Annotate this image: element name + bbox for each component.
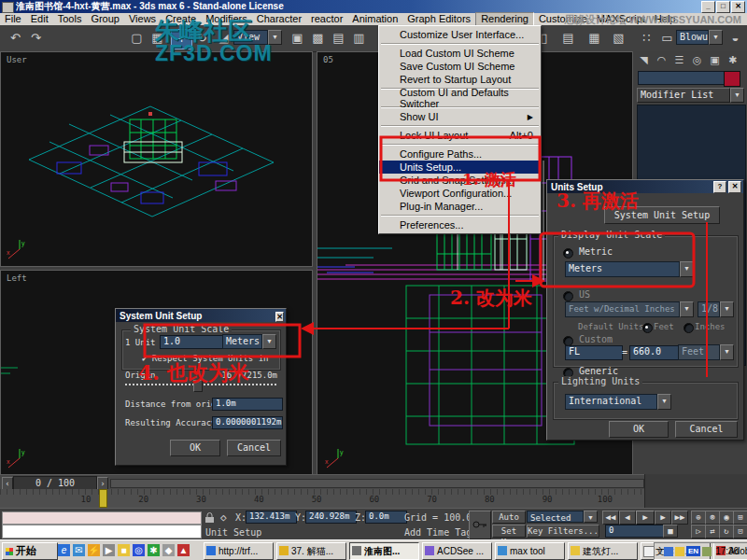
ok-button[interactable]: OK [170,440,220,456]
taskbar-window-button[interactable]: 淮南图... [349,542,419,560]
maxscript-mini-listener-pink[interactable] [2,511,202,525]
taskbar-window-button[interactable]: ACDSee ... [422,542,492,560]
realplayer-icon[interactable]: ◎ [133,544,145,556]
play-animation-icon[interactable]: ▶ [636,511,655,525]
previous-frame-icon[interactable]: ◀ [619,511,636,525]
default-feet-label[interactable]: Feet [654,322,674,331]
menu-item-customize-user-interface[interactable]: Customize User Interface... [379,28,541,41]
modifier-list-dropdown[interactable]: Modifier List ▼ [637,88,744,103]
language-indicator[interactable]: EN [686,546,700,556]
z-coordinate-field[interactable]: 0.0m [365,511,407,524]
menu-item-custom-ui-defaults-switcher[interactable]: Custom UI and Defaults Switcher [379,91,541,105]
angle-snap-icon[interactable]: ▥ [349,29,369,48]
close-button[interactable]: ✕ [731,1,745,13]
us-units-dropdown[interactable]: Feet w/Decimal Inches▼ [565,301,694,317]
menu-item-plugin-manager[interactable]: Plug-in Manager... [379,200,541,213]
menu-item-save-custom-ui-scheme[interactable]: Save Custom UI Scheme [379,60,541,73]
material-editor-icon[interactable]: ∷ [637,29,656,48]
cancel-button[interactable]: Cancel [227,440,281,456]
x-coordinate-field[interactable]: 132.413m [246,511,297,524]
quick-render-teapot-icon[interactable]: ◒ [726,29,745,48]
taskbar-window-button[interactable]: max tool [495,542,565,560]
current-frame-field[interactable]: 0 [605,525,667,538]
frame-forward-arrow[interactable]: › [97,477,108,490]
resulting-accuracy-field[interactable]: 0.0000001192m [212,416,283,429]
undo-icon[interactable]: ↶ [6,29,25,48]
menubar-item[interactable]: File [0,13,26,25]
menubar-item[interactable]: Edit [26,13,53,25]
menubar-item[interactable]: Tools [53,13,87,25]
cube-icon[interactable]: ◆ [162,544,175,556]
menubar-item[interactable]: Group [86,13,124,25]
curve-editor-icon[interactable]: ▦ [585,29,604,48]
select-manipulate-icon[interactable]: ▩ [308,29,328,48]
render-scene-icon[interactable]: ▭ [657,29,677,48]
flashget-icon[interactable]: ▲ [177,544,190,556]
set-key-big-button[interactable] [469,511,491,539]
custom-radio-label[interactable]: Custom [579,334,613,344]
metric-radio-label[interactable]: Metric [579,246,613,257]
cancel-button[interactable]: Cancel [675,421,738,438]
menubar-item[interactable]: Rendering [475,12,534,26]
menu-item-configure-paths[interactable]: Configure Paths... [379,147,541,161]
metric-radio[interactable] [563,248,573,259]
modify-tab-icon[interactable]: ◠ [654,53,669,67]
redo-icon[interactable]: ↷ [26,29,46,48]
auto-key-button[interactable]: Auto Key [492,511,526,524]
maxscript-mini-listener-white[interactable] [2,525,202,539]
menu-item-units-setup[interactable]: Units Setup... [379,161,541,174]
snap-toggle-icon[interactable]: ▤ [329,29,348,48]
pan-hand-icon[interactable]: ⇄ [705,525,720,539]
motion-tab-icon[interactable]: ◎ [689,53,705,67]
track-bar[interactable]: 102030405060708090100 [0,489,644,508]
object-name-field[interactable] [638,71,726,85]
custom-unit-reference-dropdown[interactable]: Feet▼ [678,344,734,360]
us-standard-radio-label[interactable]: US [579,289,590,300]
schematic-view-icon[interactable]: ▧ [609,29,628,48]
taskbar-window-button[interactable]: 37. 解猫... [276,542,346,560]
field-of-view-icon[interactable]: ▷ [691,525,706,539]
chevron-down-icon[interactable]: ▼ [584,511,598,523]
next-frame-icon[interactable]: ▶ [655,511,671,525]
set-key-button[interactable]: Set Key [492,525,526,538]
absolute-offset-toggle-icon[interactable]: ◇ [220,511,227,524]
help-icon[interactable]: ? [713,181,726,193]
taskbar-window-button[interactable]: http://trf... [204,542,274,560]
menu-item-grid-and-snap-settings[interactable]: Grid and Snap Settings... [379,174,541,187]
selection-set-dropdown[interactable]: Selected▼ [527,511,598,523]
menu-item-viewport-configuration[interactable]: Viewport Configuration... [379,187,541,200]
zoom-extents-all-icon[interactable]: ⊞ [733,511,747,525]
winamp-icon[interactable]: ⚡ [88,544,100,556]
menu-item-lock-ui-layout[interactable]: Lock UI LayoutAlt+0 [379,129,541,142]
min-max-toggle-icon[interactable]: ⊡ [733,525,747,539]
time-slider-frame-display[interactable]: 0 / 100 [13,476,97,490]
go-to-end-icon[interactable]: ▶▶ [671,511,688,525]
ok-button[interactable]: OK [609,421,669,438]
chevron-down-icon[interactable]: ▼ [709,30,723,45]
network-icon[interactable] [664,547,673,556]
time-slider-thumb[interactable] [99,489,107,508]
default-feet-radio[interactable] [642,323,653,333]
chevron-down-icon[interactable]: ▼ [720,344,734,360]
tray-app-icon[interactable] [702,547,712,556]
default-inches-label[interactable]: Inches [695,322,726,331]
key-mode-toggle-icon[interactable]: ■ [663,525,678,538]
generic-radio-label[interactable]: Generic [579,366,618,376]
hierarchy-tab-icon[interactable]: ☰ [671,53,687,67]
object-color-swatch[interactable] [724,71,740,87]
us-fraction-dropdown[interactable]: 1/8▼ [698,301,734,317]
custom-unit-name-field[interactable]: FL [565,345,623,360]
default-inches-radio[interactable] [684,323,694,333]
menu-item-preferences[interactable]: Preferences... [379,218,541,231]
viewport-user[interactable]: User xy [0,51,313,267]
select-object-icon[interactable]: ▢ [127,29,147,48]
unit-value-field[interactable]: 1.0 [160,335,225,349]
use-center-icon[interactable]: ▣ [288,29,307,48]
y-coordinate-field[interactable]: 240.928m [305,511,357,524]
start-button[interactable]: 开始 [2,542,58,560]
chevron-down-icon[interactable]: ▼ [680,301,694,317]
chevron-down-icon[interactable]: ▼ [657,394,671,410]
add-time-tag[interactable]: Add Time Tag [404,527,472,538]
custom-unit-value-field[interactable]: 660.0 [629,345,680,360]
us-standard-radio[interactable] [563,291,573,301]
